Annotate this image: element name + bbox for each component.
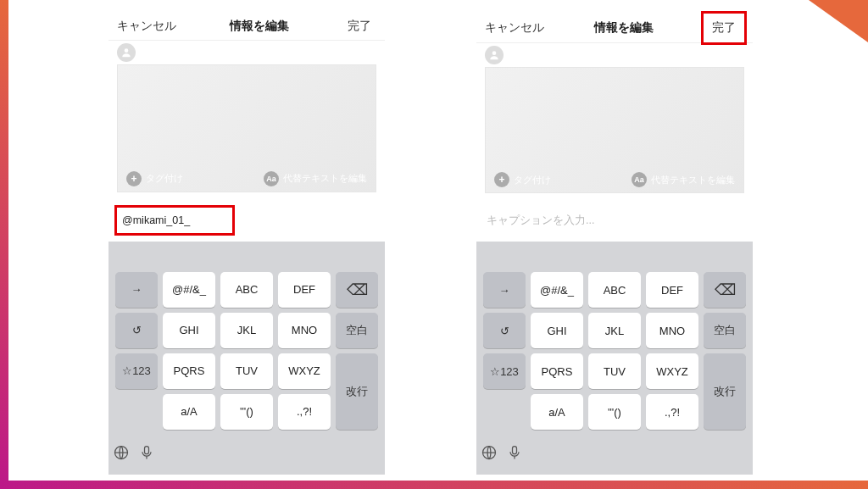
key-arrow[interactable]: →	[483, 272, 526, 308]
key-wxyz[interactable]: WXYZ	[646, 353, 698, 389]
keyboard: → @#/&_ ABC DEF ⌫ ↺ GHI JKL MNO 空白 ☆123 …	[108, 267, 385, 475]
key-punct[interactable]: .,?!	[646, 394, 698, 430]
navbar: キャンセル 情報を編集 完了	[108, 14, 385, 41]
key-space[interactable]: 空白	[336, 313, 378, 348]
navbar: キャンセル 情報を編集 完了	[476, 14, 753, 43]
key-abc[interactable]: ABC	[220, 272, 273, 308]
key-jkl[interactable]: JKL	[588, 313, 641, 348]
key-punct[interactable]: .,?!	[278, 394, 331, 430]
key-mno[interactable]: MNO	[646, 313, 698, 348]
key-enter[interactable]: 改行	[704, 353, 746, 430]
done-button[interactable]: 完了	[342, 17, 376, 36]
tag-label: タグ付け	[146, 172, 183, 185]
key-def[interactable]: DEF	[278, 272, 331, 308]
plus-icon: +	[494, 172, 509, 187]
key-numsym[interactable]: ☆123	[115, 353, 158, 389]
media-overlay: + タグ付け Aa 代替テキストを編集	[118, 166, 376, 192]
cancel-button[interactable]: キャンセル	[117, 19, 176, 34]
key-ghi[interactable]: GHI	[531, 313, 583, 348]
key-quotes[interactable]: '"()	[220, 394, 273, 430]
key-tuv[interactable]: TUV	[220, 353, 273, 389]
key-def[interactable]: DEF	[646, 272, 698, 308]
avatar-row	[476, 43, 753, 67]
person-icon	[488, 49, 500, 61]
mic-icon[interactable]	[504, 442, 525, 463]
key-quotes[interactable]: '"()	[588, 394, 641, 430]
cancel-button[interactable]: キャンセル	[485, 20, 544, 36]
aa-icon: Aa	[632, 172, 647, 187]
key-enter[interactable]: 改行	[336, 353, 378, 430]
nav-title: 情報を編集	[230, 19, 289, 34]
tag-people-button[interactable]: + タグ付け	[126, 171, 183, 186]
alt-text-button[interactable]: Aa 代替テキストを編集	[632, 172, 735, 187]
alt-label: 代替テキストを編集	[283, 172, 367, 185]
avatar-row	[108, 41, 385, 64]
key-symbols[interactable]: @#/&_	[163, 272, 215, 308]
caption-input[interactable]: @mikami_01_	[117, 208, 232, 233]
key-shift[interactable]: a/A	[531, 394, 583, 430]
key-jkl[interactable]: JKL	[220, 313, 273, 348]
phone-right: キャンセル 情報を編集 完了 + タグ付け Aa 代替テキストを編集 キャ	[476, 14, 753, 475]
svg-point-3	[492, 51, 497, 55]
svg-rect-5	[513, 447, 517, 454]
key-backspace[interactable]: ⌫	[704, 272, 746, 308]
done-button[interactable]: 完了	[704, 14, 744, 42]
key-ghi[interactable]: GHI	[163, 313, 215, 348]
key-undo[interactable]: ↺	[115, 313, 158, 348]
tag-people-button[interactable]: + タグ付け	[494, 172, 551, 187]
aa-icon: Aa	[264, 171, 279, 186]
backspace-icon: ⌫	[347, 281, 368, 299]
key-mno[interactable]: MNO	[278, 313, 331, 348]
plus-icon: +	[126, 171, 142, 186]
alt-text-button[interactable]: Aa 代替テキストを編集	[264, 171, 367, 186]
key-numsym[interactable]: ☆123	[483, 353, 526, 389]
media-overlay: + タグ付け Aa 代替テキストを編集	[486, 167, 743, 192]
globe-icon[interactable]	[111, 442, 131, 463]
key-space[interactable]: 空白	[704, 313, 746, 348]
key-pqrs[interactable]: PQRS	[531, 353, 583, 389]
key-arrow[interactable]: →	[115, 272, 158, 308]
key-backspace[interactable]: ⌫	[336, 272, 378, 308]
keyboard-suggestion-bar	[108, 242, 385, 267]
key-tuv[interactable]: TUV	[588, 353, 641, 389]
caption-placeholder: キャプションを入力...	[485, 208, 596, 233]
caption-area[interactable]: @mikami_01_	[108, 192, 385, 242]
tag-label: タグ付け	[514, 174, 551, 186]
media-preview: + タグ付け Aa 代替テキストを編集	[117, 64, 376, 192]
keyboard-suggestion-bar	[476, 242, 753, 267]
person-icon	[120, 47, 132, 58]
nav-title: 情報を編集	[594, 20, 654, 36]
key-shift[interactable]: a/A	[163, 394, 215, 430]
key-wxyz[interactable]: WXYZ	[278, 353, 331, 389]
avatar[interactable]	[485, 46, 504, 64]
svg-rect-2	[145, 446, 149, 453]
keyboard: → @#/&_ ABC DEF ⌫ ↺ GHI JKL MNO 空白 ☆123 …	[476, 267, 753, 475]
key-symbols[interactable]: @#/&_	[531, 272, 583, 308]
globe-icon[interactable]	[479, 442, 499, 463]
caption-area[interactable]: キャプションを入力...	[476, 193, 753, 242]
mic-icon[interactable]	[136, 442, 157, 463]
alt-label: 代替テキストを編集	[651, 174, 735, 186]
key-undo[interactable]: ↺	[483, 313, 526, 348]
backspace-icon: ⌫	[715, 281, 736, 299]
media-preview: + タグ付け Aa 代替テキストを編集	[485, 67, 744, 193]
phone-left: キャンセル 情報を編集 完了 + タグ付け Aa 代替テキストを編集 @m	[108, 14, 385, 475]
svg-point-0	[125, 48, 129, 53]
avatar[interactable]	[117, 43, 136, 62]
key-abc[interactable]: ABC	[588, 272, 641, 308]
key-pqrs[interactable]: PQRS	[163, 353, 215, 389]
